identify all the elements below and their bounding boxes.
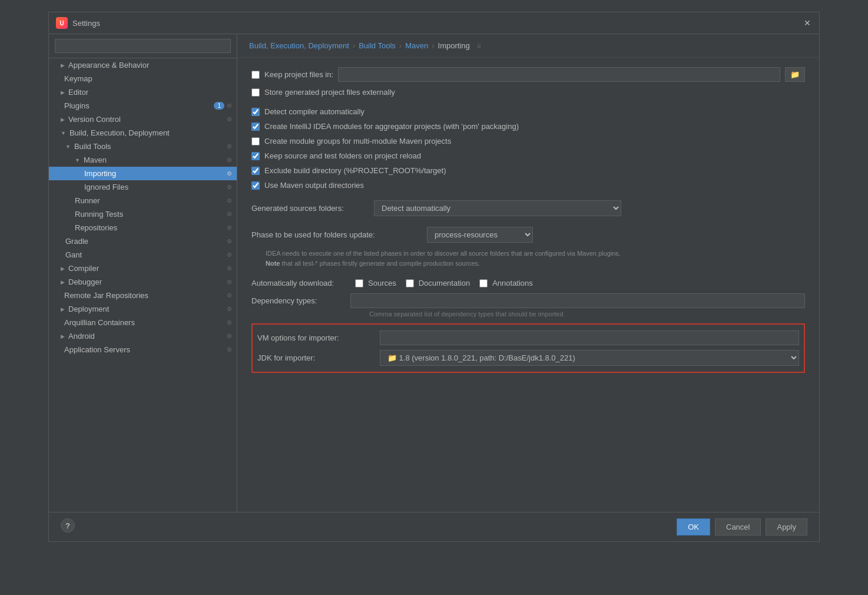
footer-left: ? xyxy=(61,518,672,536)
sidebar-item-repositories[interactable]: Repositories ⚙ xyxy=(49,221,237,234)
sidebar-item-maven[interactable]: ▼ Maven ⚙ xyxy=(49,153,237,167)
sidebar-item-importing[interactable]: Importing ⚙ xyxy=(49,167,237,180)
create-module-groups-checkbox[interactable] xyxy=(251,137,260,146)
documentation-checkbox[interactable] xyxy=(406,279,414,287)
documentation-text: Documentation xyxy=(419,279,470,287)
use-maven-checkbox[interactable] xyxy=(251,181,260,190)
settings-icon: ⚙ xyxy=(227,103,232,109)
annotations-text: Annotations xyxy=(492,279,533,287)
sidebar-item-label: Ignored Files xyxy=(84,183,128,191)
help-button[interactable]: ? xyxy=(61,518,75,533)
sidebar-item-deployment[interactable]: ▶ Deployment ⚙ xyxy=(49,302,237,316)
create-module-groups-label[interactable]: Create module groups for multi-module Ma… xyxy=(251,137,451,146)
sources-label[interactable]: Sources xyxy=(355,279,396,287)
cancel-button[interactable]: Cancel xyxy=(715,518,761,536)
search-input[interactable] xyxy=(55,39,231,53)
sidebar-item-label: Version Control xyxy=(68,115,121,124)
phase-note: IDEA needs to execute one of the listed … xyxy=(266,249,805,268)
sidebar-item-app-servers[interactable]: Application Servers ⚙ xyxy=(49,343,237,356)
dependency-types-label: Dependency types: xyxy=(251,296,346,305)
settings-icon: ⚙ xyxy=(227,319,232,326)
create-intellij-label[interactable]: Create IntelliJ IDEA modules for aggrega… xyxy=(251,122,519,131)
keep-source-label[interactable]: Keep source and test folders on project … xyxy=(251,151,421,160)
keep-source-checkbox[interactable] xyxy=(251,152,260,160)
exclude-build-checkbox[interactable] xyxy=(251,167,260,175)
keep-project-files-text: Keep project files in: xyxy=(264,70,333,79)
sidebar-item-label: Build, Execution, Deployment xyxy=(69,128,170,137)
jdk-select[interactable]: 📁 1.8 (version 1.8.0_221, path: D:/BasE/… xyxy=(380,350,799,366)
sidebar-item-keymap[interactable]: Keymap xyxy=(49,72,237,85)
store-generated-checkbox[interactable] xyxy=(251,88,260,97)
settings-icon: ⚙ xyxy=(227,184,232,190)
phase-note-text1: IDEA needs to execute one of the listed … xyxy=(266,250,621,257)
sidebar-item-gant[interactable]: Gant ⚙ xyxy=(49,248,237,262)
phase-select[interactable]: process-resources generate-sources xyxy=(427,227,533,243)
exclude-build-text: Exclude build directory (%PROJECT_ROOT%/… xyxy=(264,166,446,175)
arrow-icon: ▼ xyxy=(75,157,80,163)
breadcrumb-icon[interactable]: ≡ xyxy=(477,42,481,50)
apply-button[interactable]: Apply xyxy=(766,518,807,536)
detect-compiler-row: Detect compiler automatically xyxy=(251,107,805,116)
phase-row: Phase to be used for folders update: pro… xyxy=(251,227,805,243)
detect-compiler-checkbox[interactable] xyxy=(251,108,260,116)
sidebar-item-gradle[interactable]: Gradle ⚙ xyxy=(49,234,237,248)
breadcrumb-build-tools[interactable]: Build Tools xyxy=(359,41,396,50)
dialog-body: ▶ Appearance & Behavior Keymap ▶ Editor … xyxy=(49,34,819,512)
generated-sources-select[interactable]: Detect automatically Don't detect Genera… xyxy=(374,200,621,216)
sidebar-item-version-control[interactable]: ▶ Version Control ⚙ xyxy=(49,113,237,126)
breadcrumb-build-execution[interactable]: Build, Execution, Deployment xyxy=(249,41,349,50)
dependency-types-input[interactable]: jar, test-jar, maven-plugin, ejb, ejb-cl… xyxy=(350,293,805,308)
arrow-icon: ▼ xyxy=(65,144,71,150)
generated-sources-row: Generated sources folders: Detect automa… xyxy=(251,200,805,216)
sidebar-item-build-tools[interactable]: ▼ Build Tools ⚙ xyxy=(49,140,237,153)
sidebar-item-android[interactable]: ▶ Android ⚙ xyxy=(49,329,237,343)
sidebar-item-label: Runner xyxy=(75,196,100,205)
sidebar-item-debugger[interactable]: ▶ Debugger ⚙ xyxy=(49,275,237,289)
sidebar-item-plugins[interactable]: Plugins 1 ⚙ xyxy=(49,99,237,113)
phase-note-text2: Note xyxy=(266,260,280,267)
arrow-icon: ▶ xyxy=(61,333,65,339)
sidebar-item-label: Debugger xyxy=(68,277,102,286)
annotations-checkbox[interactable] xyxy=(479,279,488,287)
sidebar-item-label: Compiler xyxy=(68,264,99,273)
exclude-build-label[interactable]: Exclude build directory (%PROJECT_ROOT%/… xyxy=(251,166,446,175)
title-bar: U Settings ✕ xyxy=(49,12,819,34)
dialog-title: Settings xyxy=(72,19,100,28)
sidebar-item-remote-jar[interactable]: Remote Jar Repositories ⚙ xyxy=(49,289,237,302)
ok-button[interactable]: OK xyxy=(677,518,710,536)
sources-checkbox[interactable] xyxy=(355,279,363,287)
sidebar-item-compiler[interactable]: ▶ Compiler ⚙ xyxy=(49,262,237,275)
breadcrumb-maven[interactable]: Maven xyxy=(405,41,428,50)
sidebar-item-ignored-files[interactable]: Ignored Files ⚙ xyxy=(49,180,237,194)
dependency-hint: Comma separated list of dependency types… xyxy=(369,310,805,318)
use-maven-label[interactable]: Use Maven output directories xyxy=(251,181,364,190)
vm-options-row: VM options for importer: xyxy=(257,330,799,345)
main-content: Build, Execution, Deployment › Build Too… xyxy=(237,34,819,512)
sidebar-item-appearance[interactable]: ▶ Appearance & Behavior xyxy=(49,58,237,72)
create-module-groups-row: Create module groups for multi-module Ma… xyxy=(251,137,805,146)
breadcrumb: Build, Execution, Deployment › Build Too… xyxy=(237,34,819,58)
vm-options-input[interactable] xyxy=(380,330,799,345)
sidebar-item-running-tests[interactable]: Running Tests ⚙ xyxy=(49,207,237,221)
keep-project-files-label[interactable]: Keep project files in: xyxy=(251,70,333,79)
documentation-label[interactable]: Documentation xyxy=(406,279,470,287)
dialog-footer: ? OK Cancel Apply xyxy=(49,512,819,541)
highlight-section: VM options for importer: JDK for importe… xyxy=(251,323,805,373)
sidebar-item-label: Editor xyxy=(68,88,88,97)
sidebar-item-label: Arquillian Containers xyxy=(64,318,135,327)
keep-project-files-checkbox[interactable] xyxy=(251,71,260,79)
keep-project-browse-btn[interactable]: 📁 xyxy=(785,67,805,82)
create-intellij-checkbox[interactable] xyxy=(251,123,260,131)
sidebar-item-runner[interactable]: Runner ⚙ xyxy=(49,194,237,207)
plugins-badge: 1 xyxy=(214,102,224,110)
sidebar-item-arquillian[interactable]: Arquillian Containers ⚙ xyxy=(49,316,237,329)
sidebar-item-build-execution[interactable]: ▼ Build, Execution, Deployment xyxy=(49,126,237,140)
settings-dialog: U Settings ✕ ▶ Appearance & Behavior Key… xyxy=(48,12,820,542)
annotations-label[interactable]: Annotations xyxy=(479,279,533,287)
sidebar-item-editor[interactable]: ▶ Editor xyxy=(49,85,237,99)
store-generated-label[interactable]: Store generated project files externally xyxy=(251,88,395,97)
close-button[interactable]: ✕ xyxy=(803,18,812,28)
keep-project-files-input[interactable] xyxy=(338,67,780,82)
breadcrumb-importing: Importing xyxy=(438,41,470,50)
detect-compiler-label[interactable]: Detect compiler automatically xyxy=(251,107,365,116)
